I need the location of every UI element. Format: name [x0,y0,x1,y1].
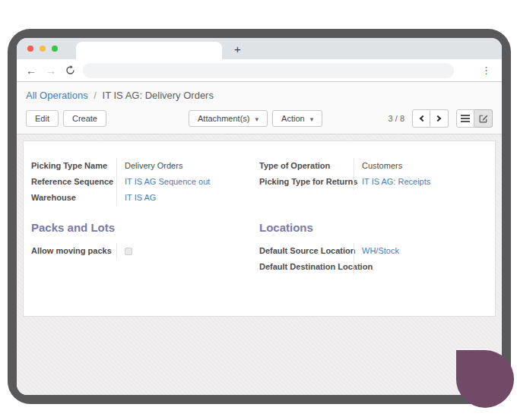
close-window-icon[interactable] [27,46,33,52]
field-groups-top: Picking Type Name Delivery Orders Refere… [31,158,487,206]
allow-moving-packs-checkbox[interactable] [125,248,132,255]
field-label-default-source-location: Default Source Location [259,243,354,259]
attachments-dropdown[interactable]: Attachment(s) ▾ [189,110,268,127]
breadcrumb: All Operations / IT IS AG: Delivery Orde… [26,90,493,101]
section-title-packs-and-lots: Packs and Lots [31,221,246,234]
control-panel: All Operations / IT IS AG: Delivery Orde… [17,82,502,134]
browser-menu-icon[interactable]: ⋮ [481,65,491,76]
window-controls [17,46,65,52]
field-label-default-destination-location: Default Destination Location [259,259,354,275]
maximize-window-icon[interactable] [52,46,58,52]
pager-nav [412,109,449,128]
minimize-window-icon[interactable] [40,46,46,52]
chevron-down-icon: ▾ [310,115,314,123]
field-value-picking-type-for-returns[interactable]: IT IS AG: Receipts [354,174,474,190]
field-value-reference-sequence[interactable]: IT IS AG Sequence out [116,174,246,190]
form-background: Picking Type Name Delivery Orders Refere… [17,134,502,395]
pager: 3 / 8 [389,109,493,128]
breadcrumb-parent-link[interactable]: All Operations [26,90,88,101]
pager-next-button[interactable] [430,109,449,128]
field-value-default-destination-location [354,259,474,275]
new-tab-icon[interactable]: + [234,43,241,55]
action-buttons: Attachment(s) ▾ Action ▾ [189,110,322,127]
decorative-plum-shape [456,350,514,408]
field-value-type-of-operation: Customers [354,158,474,174]
pager-previous-button[interactable] [412,109,430,128]
field-value-picking-type-name: Delivery Orders [116,158,246,174]
browser-tab-strip: + [17,38,502,59]
edit-form-icon [479,114,488,123]
view-switcher [456,109,493,128]
control-panel-buttons: Edit Create Attachment(s) ▾ Action ▾ [26,109,493,128]
field-label-reference-sequence: Reference Sequence [31,174,116,190]
chevron-down-icon: ▾ [255,115,259,123]
browser-window: + ← → ⋮ All Operations / I [17,38,502,395]
chevron-right-icon [435,115,441,122]
forward-icon: → [46,65,56,76]
field-groups-sections: Packs and Lots Allow moving packs Locati… [31,206,487,275]
reload-icon[interactable] [65,65,75,75]
field-label-allow-moving-packs: Allow moving packs [31,243,116,259]
field-label-type-of-operation: Type of Operation [259,158,354,174]
list-icon [461,115,470,122]
url-bar[interactable] [83,63,454,78]
device-frame: + ← → ⋮ All Operations / I [8,29,511,404]
pager-value: 3 / 8 [389,114,404,123]
list-view-button[interactable] [456,109,474,128]
field-label-picking-type-for-returns: Picking Type for Returns [259,174,354,190]
browser-tab[interactable] [76,42,222,59]
edit-button[interactable]: Edit [26,110,59,127]
create-button[interactable]: Create [63,110,106,127]
app-area: All Operations / IT IS AG: Delivery Orde… [17,82,502,395]
chevron-left-icon [419,115,425,122]
browser-toolbar: ← → ⋮ [17,59,502,82]
form-view-button[interactable] [474,109,493,128]
back-icon[interactable]: ← [26,65,36,76]
field-label-picking-type-name: Picking Type Name [31,158,116,174]
action-dropdown[interactable]: Action ▾ [272,110,322,127]
field-value-warehouse[interactable]: IT IS AG [116,190,246,206]
section-title-locations: Locations [259,221,474,234]
field-value-default-source-location[interactable]: WH/Stock [354,243,474,259]
field-label-warehouse: Warehouse [31,190,116,206]
form-sheet: Picking Type Name Delivery Orders Refere… [23,141,496,317]
breadcrumb-separator: / [94,90,97,101]
breadcrumb-current: IT IS AG: Delivery Orders [103,90,214,101]
